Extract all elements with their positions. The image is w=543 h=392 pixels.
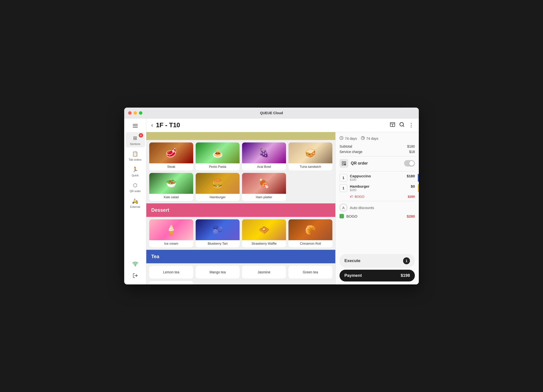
sidebar-item-quick[interactable]: 🏃 Quick <box>125 164 145 179</box>
cappuccino-price: $180 <box>407 174 415 178</box>
wifi-icon <box>130 259 140 269</box>
tea-item-green[interactable]: Green tea <box>288 266 332 279</box>
menu-button[interactable] <box>130 120 141 131</box>
quick-icon: 🏃 <box>131 166 139 173</box>
menu-item-tuna-sandwich[interactable]: 🥪 Tuna sandwich <box>288 142 332 170</box>
service-charge-row: Service charge $18 <box>339 150 415 154</box>
auto-discounts-label: Auto discounts <box>350 206 374 210</box>
waffle-image: 🧇 <box>242 219 286 240</box>
minimize-button[interactable] <box>134 111 137 115</box>
qr-order-toggle[interactable] <box>404 160 415 167</box>
ham-image: 🍖 <box>242 173 286 194</box>
sidebar: 4 ⊞ Sections 📋 Tab orders 🏃 Quick ⬡ QR o… <box>124 118 146 284</box>
service-charge-label: Service charge <box>339 150 362 154</box>
acai-label: Acai Bowl <box>242 163 286 170</box>
search-icon[interactable] <box>399 122 405 128</box>
sections-badge: 4 <box>139 133 143 138</box>
divider-3 <box>339 201 415 201</box>
payment-label: Payment <box>344 273 362 278</box>
sections-label: Sections <box>130 142 140 145</box>
menu-item-cinnamon-roll[interactable]: 🥐 Cinnamon Roll <box>288 219 332 247</box>
dessert-section-grid: 🍦 Ice cream 🫐 Blueberry Tart 🧇 Strawberr… <box>146 217 335 250</box>
quick-label: Quick <box>132 174 138 177</box>
svg-rect-8 <box>342 162 344 163</box>
tea-section-grid-2: Mint tea <box>146 281 335 284</box>
sidebar-item-external[interactable]: 🛵 External <box>125 195 145 210</box>
menu-item-blueberry-tart[interactable]: 🫐 Blueberry Tart <box>196 219 240 247</box>
menu-item-ham-platter[interactable]: 🍖 Ham platter <box>242 173 286 201</box>
cappuccino-bar <box>418 174 419 182</box>
tuna-image: 🥪 <box>288 142 332 163</box>
steak-label: Steak <box>149 163 193 170</box>
svg-rect-14 <box>345 165 346 165</box>
execute-label: Execute <box>344 258 360 263</box>
sidebar-item-sections[interactable]: 4 ⊞ Sections <box>125 132 145 147</box>
tea-item-jasmine[interactable]: Jasmine <box>242 266 286 279</box>
burger-image: 🍔 <box>196 173 240 194</box>
tea-item-lemon[interactable]: Lemon tea <box>149 266 193 279</box>
payment-button[interactable]: Payment $198 <box>339 270 415 281</box>
time-value-1: 74 days <box>345 137 357 140</box>
qr-icon <box>339 159 348 168</box>
steak-image: 🥩 <box>149 142 193 163</box>
bogo-discount-row: BOGO $280 <box>339 214 415 218</box>
menu-item-hamburger[interactable]: 🍔 Hamburger <box>196 173 240 201</box>
layout-icon[interactable] <box>390 122 395 128</box>
menu-item-kale-salad[interactable]: 🥗 Kale salad <box>149 173 193 201</box>
cappuccino-name: Cappuccino <box>350 174 407 178</box>
menu-item-steak[interactable]: 🥩 Steak <box>149 142 193 170</box>
subtotal-value: $180 <box>407 144 415 148</box>
svg-point-0 <box>135 266 136 266</box>
hamburger-qty[interactable]: 1 <box>339 184 347 192</box>
acai-image: 🍇 <box>242 142 286 163</box>
window-title: QUEUE Cloud <box>260 111 283 115</box>
svg-rect-10 <box>342 164 344 165</box>
tea-item-mint[interactable]: Mint tea <box>149 281 193 284</box>
fullscreen-button[interactable] <box>139 111 142 115</box>
menu-item-acai-bowl[interactable]: 🍇 Acai Bowl <box>242 142 286 170</box>
qr-order-icon: ⬡ <box>131 181 139 189</box>
dessert-section-header: Dessert <box>146 203 335 217</box>
tea-item-mango[interactable]: Mango tea <box>196 266 240 279</box>
icecream-label: Ice cream <box>149 240 193 247</box>
main-content: ‹ 1F - T10 <box>146 118 419 284</box>
tab-orders-label: Tab orders <box>129 158 142 161</box>
auto-disc-icon: A <box>339 204 347 211</box>
bogo-disc-amount: $280 <box>407 214 415 218</box>
page-header: ‹ 1F - T10 <box>146 118 419 132</box>
auto-discounts-row: A Auto discounts <box>339 204 415 211</box>
hamburger-price-sub: $280 <box>350 188 411 192</box>
sidebar-item-qr-order[interactable]: ⬡ QR order <box>125 179 145 195</box>
tag-icon: 🏷 <box>350 195 353 198</box>
menu-panel: 🥩 Steak 🍝 Pesto Pasta 🍇 Acai Bowl � <box>146 132 335 284</box>
subtotal-row: Subtotal $180 <box>339 144 415 148</box>
sidebar-item-tab-orders[interactable]: 📋 Tab orders <box>125 148 145 163</box>
close-button[interactable] <box>128 111 132 115</box>
hamburger-bogo-label: BOGO <box>355 195 364 198</box>
execute-button[interactable]: Execute 1 <box>339 254 415 268</box>
logout-icon[interactable] <box>130 271 140 280</box>
back-button[interactable]: ‹ <box>151 122 153 128</box>
cappuccino-info: Cappuccino $180 <box>350 174 407 182</box>
blueberry-label: Blueberry Tart <box>196 240 240 247</box>
content-area: 🥩 Steak 🍝 Pesto Pasta 🍇 Acai Bowl � <box>146 132 419 284</box>
pasta-label: Pesto Pasta <box>196 163 240 170</box>
waffle-label: Strawberry Waffle <box>242 240 286 247</box>
cappuccino-qty[interactable]: 1 <box>339 174 347 182</box>
svg-rect-9 <box>344 162 346 163</box>
kale-label: Kale salad <box>149 194 193 201</box>
qr-order-label: QR order <box>351 161 402 166</box>
ham-label: Ham platter <box>242 194 286 201</box>
more-icon[interactable]: ⋮ <box>408 122 414 128</box>
divider-1 <box>339 156 415 156</box>
menu-item-strawberry-waffle[interactable]: 🧇 Strawberry Waffle <box>242 219 286 247</box>
hamburger-bar <box>418 184 419 192</box>
icecream-image: 🍦 <box>149 219 193 240</box>
cinnamon-image: 🥐 <box>288 219 332 240</box>
menu-item-pesto-pasta[interactable]: 🍝 Pesto Pasta <box>196 142 240 170</box>
hamburger-name: Hamburger <box>350 184 411 188</box>
clock-icon-2 <box>361 136 365 141</box>
cappuccino-price-sub: $180 <box>350 178 407 182</box>
menu-item-ice-cream[interactable]: 🍦 Ice cream <box>149 219 193 247</box>
sections-icon: ⊞ <box>131 134 139 142</box>
